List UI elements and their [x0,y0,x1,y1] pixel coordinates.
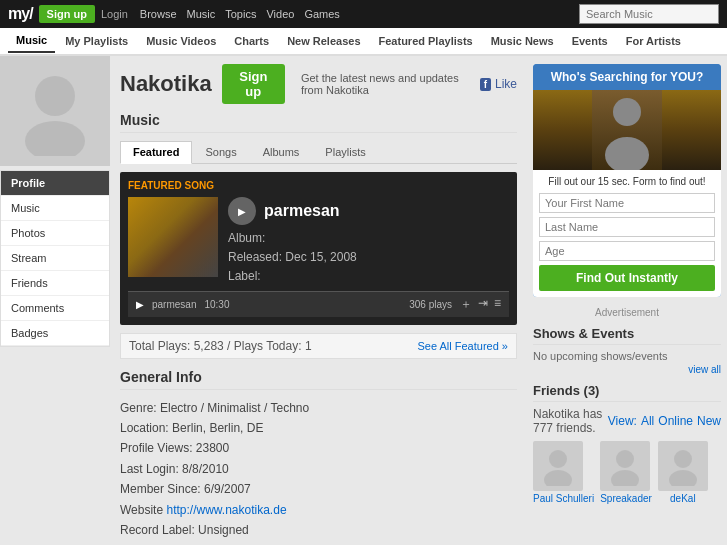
player-time: 10:30 [204,299,229,310]
player-play-icon[interactable]: ▶ [136,299,144,310]
shows-title: Shows & Events [533,326,721,345]
last-login-text: Last Login: 8/8/2010 [120,459,517,479]
ad-photo [533,90,721,170]
tab-songs[interactable]: Songs [192,141,249,163]
top-signup-button[interactable]: Sign up [39,5,95,23]
music-tabs: Featured Songs Albums Playlists [120,141,517,164]
fb-like-label: Like [495,77,517,91]
featured-player: FEATURED SONG parmesan Album: Released: … [120,172,517,325]
menu-icon[interactable]: ≡ [494,296,501,313]
released-info: Released: Dec 15, 2008 [228,248,509,267]
record-label-text: Record Label: Unsigned [120,520,517,540]
friends-view-new[interactable]: New [697,414,721,428]
svg-point-9 [669,470,697,486]
secnav-charts[interactable]: Charts [226,30,277,52]
friends-view-links: View: All Online New [608,414,721,428]
svg-point-0 [35,76,75,116]
ad-box: Who's Searching for YOU? Fill out our 15… [533,64,721,297]
ad-firstname-input[interactable] [539,193,715,213]
friend-name-1[interactable]: Spreakader [600,493,652,504]
profile-views-text: Profile Views: 23800 [120,438,517,458]
secnav-news[interactable]: Music News [483,30,562,52]
player-inner: parmesan Album: Released: Dec 15, 2008 L… [128,197,509,287]
secnav-playlists[interactable]: My Playlists [57,30,136,52]
play-info: parmesan Album: Released: Dec 15, 2008 L… [228,197,509,287]
friends-view-online[interactable]: Online [658,414,693,428]
nav-topics[interactable]: Topics [225,8,256,20]
svg-point-7 [611,470,639,486]
profile-tagline: Get the latest news and updates from Nak… [301,72,470,96]
svg-point-8 [674,450,692,468]
friends-view-label: View: [608,414,637,428]
svg-point-6 [616,450,634,468]
friends-info: Nakotika has 777 friends. View: All Onli… [533,407,721,435]
top-login-button[interactable]: Login [101,8,128,20]
play-btn-row: parmesan [228,197,509,225]
svg-point-4 [549,450,567,468]
friends-grid: Paul Schulleri Spreakader deKal [533,441,721,504]
secnav-for-artists[interactable]: For Artists [618,30,689,52]
general-info: Genre: Electro / Minimalist / Techno Loc… [120,398,517,541]
secnav-events[interactable]: Events [564,30,616,52]
view-all-shows[interactable]: view all [533,364,721,375]
tab-albums[interactable]: Albums [250,141,313,163]
add-icon[interactable]: ＋ [460,296,472,313]
ad-body-text: Fill out our 15 sec. Form to find out! [539,176,715,187]
player-bar: ▶ parmesan 10:30 306 plays ＋ ⇥ ≡ [128,291,509,317]
friend-name-2[interactable]: deKal [658,493,708,504]
top-nav-links: Browse Music Topics Video Games [140,8,340,20]
player-icons: ＋ ⇥ ≡ [460,296,501,313]
nav-browse[interactable]: Browse [140,8,177,20]
svg-point-3 [605,137,649,170]
ad-age-input[interactable] [539,241,715,261]
search-input[interactable] [579,4,719,24]
ad-label: Advertisement [533,307,721,318]
secnav-featured-playlists[interactable]: Featured Playlists [371,30,481,52]
left-sidebar: Profile Music Photos Stream Friends Comm… [0,56,110,545]
website-link[interactable]: http://www.nakotika.de [166,503,286,517]
sidebar-item-friends[interactable]: Friends [1,271,109,296]
sidebar-menu: Profile Music Photos Stream Friends Comm… [0,170,110,347]
sidebar-item-badges[interactable]: Badges [1,321,109,346]
find-out-button[interactable]: Find Out Instantly [539,265,715,291]
total-plays-bar: Total Plays: 5,283 / Plays Today: 1 See … [120,333,517,359]
facebook-like[interactable]: f Like [480,77,517,91]
secnav-new-releases[interactable]: New Releases [279,30,368,52]
total-plays-text: Total Plays: 5,283 / Plays Today: 1 [129,339,312,353]
share-icon[interactable]: ⇥ [478,296,488,313]
sidebar-item-profile[interactable]: Profile [1,171,109,196]
secnav-music[interactable]: Music [8,29,55,53]
profile-header: Nakotika Sign up Get the latest news and… [120,64,517,104]
ad-header: Who's Searching for YOU? [533,64,721,90]
friend-item-1: Spreakader [600,441,652,504]
tab-playlists[interactable]: Playlists [312,141,378,163]
friend-name-0[interactable]: Paul Schulleri [533,493,594,504]
profile-signup-button[interactable]: Sign up [222,64,285,104]
nav-music[interactable]: Music [187,8,216,20]
friends-view-all[interactable]: All [641,414,654,428]
friend-item-2: deKal [658,441,708,504]
friends-title: Friends (3) [533,383,721,402]
main-content: Nakotika Sign up Get the latest news and… [110,56,527,545]
secnav-videos[interactable]: Music Videos [138,30,224,52]
svg-point-1 [25,121,85,156]
nav-video[interactable]: Video [266,8,294,20]
see-all-featured[interactable]: See All Featured » [417,340,508,352]
main-layout: Profile Music Photos Stream Friends Comm… [0,56,727,545]
right-column: Who's Searching for YOU? Fill out our 15… [527,56,727,545]
nav-games[interactable]: Games [304,8,339,20]
brand-logo: my/ [8,5,33,23]
song-details: Album: Released: Dec 15, 2008 Label: [228,229,509,287]
sidebar-item-stream[interactable]: Stream [1,246,109,271]
sidebar-item-photos[interactable]: Photos [1,221,109,246]
play-button[interactable] [228,197,256,225]
svg-point-5 [544,470,572,486]
tab-featured[interactable]: Featured [120,141,192,164]
sidebar-item-music[interactable]: Music [1,196,109,221]
ad-lastname-input[interactable] [539,217,715,237]
song-title: parmesan [264,202,340,220]
fb-icon: f [480,78,491,91]
featured-label: FEATURED SONG [128,180,509,191]
album-art [128,197,218,277]
sidebar-item-comments[interactable]: Comments [1,296,109,321]
